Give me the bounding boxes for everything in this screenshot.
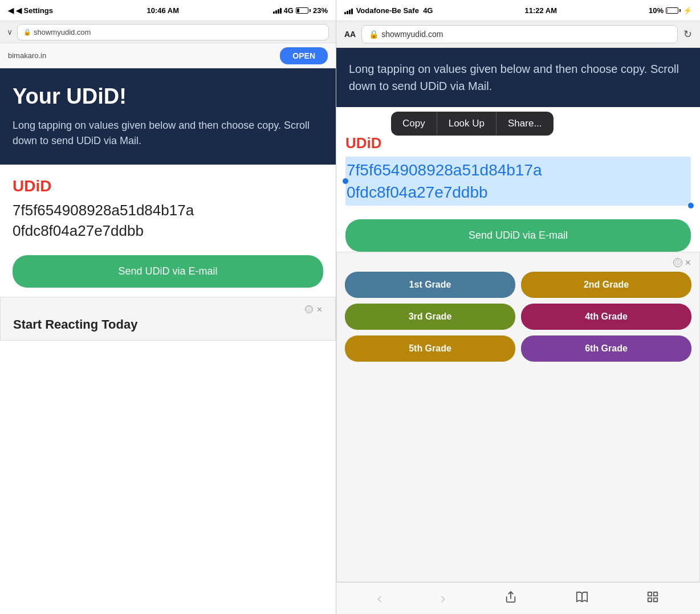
- left-time: 10:46 AM: [146, 6, 179, 15]
- left-ad-title: Start Reacting Today: [13, 317, 323, 332]
- right-carrier-text: Vodafone-Be Safe: [356, 6, 419, 15]
- left-status-bar: ◀ ◀ Settings 10:46 AM 4G 23%: [0, 0, 336, 21]
- back-arrow-icon: ◀: [8, 6, 14, 15]
- lock-icon: 🔒: [23, 28, 31, 36]
- context-menu-share[interactable]: Share...: [496, 112, 554, 136]
- right-hero-description: Long tapping on values given below and t…: [349, 60, 687, 95]
- selection-handle-left: [343, 178, 348, 184]
- svg-rect-2: [654, 592, 657, 595]
- right-udid-label: UDiD: [345, 134, 691, 152]
- right-send-button[interactable]: Send UDiD via E-mail: [345, 219, 691, 252]
- left-ad-banner: bimakaro.in OPEN: [0, 43, 336, 68]
- left-status-right: 4G 23%: [273, 6, 328, 15]
- left-hero: Your UDiD! Long tapping on values given …: [0, 68, 336, 165]
- signal-bar-1: [273, 11, 275, 14]
- left-hero-description: Long tapping on values given below and t…: [13, 118, 323, 149]
- left-status-left: ◀ ◀ Settings: [8, 6, 53, 15]
- right-network-label: 4G: [423, 6, 433, 15]
- grade-5-button[interactable]: 5th Grade: [345, 335, 515, 362]
- svg-rect-4: [654, 597, 657, 601]
- ad-info-icon: ⓘ: [305, 305, 313, 313]
- svg-rect-3: [648, 597, 652, 601]
- grade-2-button[interactable]: 2nd Grade: [521, 272, 691, 298]
- left-url-bar: ∨ 🔒 showmyudid.com: [0, 21, 336, 43]
- left-url-text: showmyudid.com: [34, 28, 91, 36]
- right-status-bar: Vodafone-Be Safe 4G 11:22 AM 10% ⚡: [336, 0, 700, 21]
- left-send-button[interactable]: Send UDiD via E-mail: [13, 255, 323, 288]
- svg-rect-1: [648, 592, 652, 595]
- right-signal-bars: [344, 7, 353, 14]
- ad-close-icon[interactable]: ✕: [316, 305, 323, 314]
- left-udid-label: UDiD: [13, 177, 323, 195]
- left-ad-bottom: ⓘ ✕ Start Reacting Today: [0, 297, 336, 341]
- right-battery-area: 10% ⚡: [649, 6, 692, 15]
- right-signal-bar-2: [347, 11, 348, 14]
- grade-grid: 1st Grade 2nd Grade 3rd Grade 4th Grade …: [345, 272, 691, 362]
- right-bottom-toolbar: ‹ ›: [336, 582, 700, 614]
- tabs-button[interactable]: [646, 591, 659, 607]
- right-signal-bar-3: [349, 10, 351, 14]
- right-charging-icon: ⚡: [683, 6, 692, 15]
- right-hero: Long tapping on values given below and t…: [336, 48, 700, 107]
- left-send-btn-wrapper: Send UDiD via E-mail: [0, 255, 336, 297]
- left-open-button[interactable]: OPEN: [280, 47, 328, 64]
- right-ad-info-icon: ⓘ: [673, 258, 682, 267]
- right-time: 11:22 AM: [524, 6, 557, 15]
- left-hero-title: Your UDiD!: [13, 84, 323, 109]
- left-ad-info-row: ⓘ ✕: [13, 305, 323, 314]
- aa-label[interactable]: AA: [344, 30, 356, 39]
- right-panel: Vodafone-Be Safe 4G 11:22 AM 10% ⚡ AA 🔒 …: [336, 0, 700, 614]
- right-battery-icon: [666, 7, 681, 14]
- chevron-down-icon[interactable]: ∨: [7, 27, 13, 36]
- left-settings-label: ◀ Settings: [16, 6, 53, 15]
- left-url-field[interactable]: 🔒 showmyudid.com: [17, 24, 329, 40]
- signal-bars: [273, 7, 282, 14]
- right-signal-bar-4: [351, 9, 353, 14]
- grade-4-button[interactable]: 4th Grade: [521, 304, 691, 330]
- left-panel: ◀ ◀ Settings 10:46 AM 4G 23% ∨ 🔒: [0, 0, 336, 614]
- right-battery-percent: 10%: [649, 6, 664, 15]
- right-udid-selected-value[interactable]: 7f5f654908928a51d84b17a 0fdc8f04a27e7ddb…: [345, 157, 691, 206]
- right-carrier-label: Vodafone-Be Safe 4G: [344, 6, 433, 15]
- left-network-label: 4G: [284, 6, 294, 15]
- context-menu-copy[interactable]: Copy: [391, 112, 437, 136]
- forward-button[interactable]: ›: [441, 590, 446, 607]
- signal-bar-2: [275, 10, 277, 14]
- share-button[interactable]: [504, 591, 517, 607]
- grade-6-button[interactable]: 6th Grade: [521, 335, 691, 362]
- grade-3-button[interactable]: 3rd Grade: [345, 304, 515, 330]
- right-ad-close-icon[interactable]: ✕: [685, 258, 691, 267]
- right-ad-top-row: ⓘ ✕: [345, 258, 691, 267]
- bookmarks-button[interactable]: [576, 591, 588, 607]
- right-url-field[interactable]: 🔒 showmyudid.com: [361, 25, 678, 43]
- left-udid-value[interactable]: 7f5f654908928a51d84b17a 0fdc8f04a27e7ddb…: [13, 200, 323, 241]
- battery-icon: [296, 7, 311, 14]
- reload-icon[interactable]: ↺: [683, 28, 692, 40]
- left-battery-percent: 23%: [313, 6, 328, 15]
- context-menu-lookup[interactable]: Look Up: [437, 112, 496, 136]
- signal-bar-3: [278, 9, 279, 14]
- right-signal-bar-1: [344, 12, 346, 14]
- grade-1-button[interactable]: 1st Grade: [345, 272, 515, 298]
- left-udid-content: UDiD 7f5f654908928a51d84b17a 0fdc8f04a27…: [0, 165, 336, 255]
- left-ad-domain: bimakaro.in: [8, 51, 46, 60]
- back-button[interactable]: ‹: [377, 590, 382, 607]
- signal-bar-4: [280, 8, 282, 14]
- right-lock-icon: 🔒: [369, 30, 379, 39]
- selection-handle-right: [688, 203, 694, 208]
- context-menu: Copy Look Up Share...: [391, 112, 554, 136]
- right-ad-section: ⓘ ✕ 1st Grade 2nd Grade 3rd Grade 4th Gr…: [336, 252, 700, 582]
- right-url-text: showmyudid.com: [381, 30, 443, 39]
- right-content-area: Copy Look Up Share... UDiD 7f5f654908928…: [336, 107, 700, 252]
- right-url-bar: AA 🔒 showmyudid.com ↺: [336, 21, 700, 48]
